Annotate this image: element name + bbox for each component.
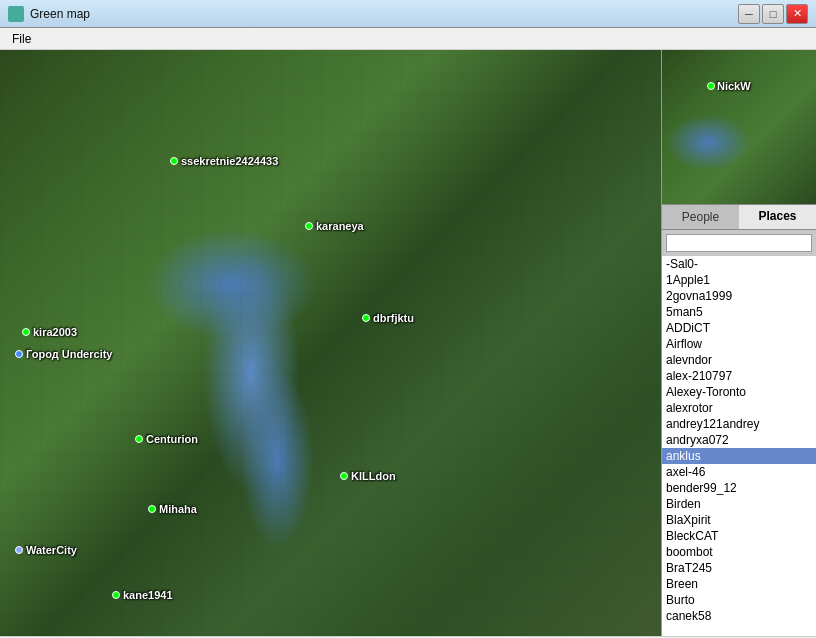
minimize-button[interactable]: ─ [738,4,760,24]
panel-marker-label: NickW [717,80,751,92]
list-item[interactable]: alevndor [662,352,816,368]
list-item[interactable]: BlaXpirit [662,512,816,528]
title-bar: Green map ─ □ ✕ [0,0,816,28]
list-item[interactable]: anklus [662,448,816,464]
list-item[interactable]: andryxa072 [662,432,816,448]
file-menu[interactable]: File [4,30,39,48]
list-item[interactable]: boombot [662,544,816,560]
tab-places[interactable]: Places [739,205,816,229]
list-item[interactable]: Airflow [662,336,816,352]
list-item[interactable]: 1Apple1 [662,272,816,288]
list-item[interactable]: BraT245 [662,560,816,576]
menu-bar: File [0,28,816,50]
list-item[interactable]: ADDiCT [662,320,816,336]
list-item[interactable]: andrey121andrey [662,416,816,432]
list-area: -Sal0-1Apple12govna19995man5ADDiCTAirflo… [662,256,816,636]
list-item[interactable]: canek58 [662,608,816,624]
maximize-button[interactable]: □ [762,4,784,24]
list-item[interactable]: BleckCAT [662,528,816,544]
list-item[interactable]: bender99_12 [662,480,816,496]
window-title: Green map [30,7,90,21]
panel-map-top: NickW [662,50,816,205]
main-content: ssekretnie2424433karaneyadbrfjktukira200… [0,50,816,636]
title-buttons: ─ □ ✕ [738,4,808,24]
list-item[interactable]: Alexey-Toronto [662,384,816,400]
list-item[interactable]: 5man5 [662,304,816,320]
right-panel: NickW People Places -Sal0-1Apple12govna1… [661,50,816,636]
panel-nick-marker: NickW [707,80,751,92]
close-button[interactable]: ✕ [786,4,808,24]
list-item[interactable]: Breen [662,576,816,592]
list-item[interactable]: axel-46 [662,464,816,480]
list-item[interactable]: -Sal0- [662,256,816,272]
search-input[interactable] [666,234,812,252]
tab-row: People Places [662,205,816,230]
map-background: ssekretnie2424433karaneyadbrfjktukira200… [0,50,661,636]
list-item[interactable]: 2govna1999 [662,288,816,304]
tab-people[interactable]: People [662,205,739,229]
list-item[interactable]: Burto [662,592,816,608]
list-item[interactable]: alex-210797 [662,368,816,384]
app-icon [8,6,24,22]
map-overlay [0,50,661,636]
title-bar-left: Green map [8,6,90,22]
list-item[interactable]: Birden [662,496,816,512]
map-area[interactable]: ssekretnie2424433karaneyadbrfjktukira200… [0,50,661,636]
players-list[interactable]: -Sal0-1Apple12govna19995man5ADDiCTAirflo… [662,256,816,636]
list-item[interactable]: alexrotor [662,400,816,416]
panel-marker-dot [707,82,715,90]
